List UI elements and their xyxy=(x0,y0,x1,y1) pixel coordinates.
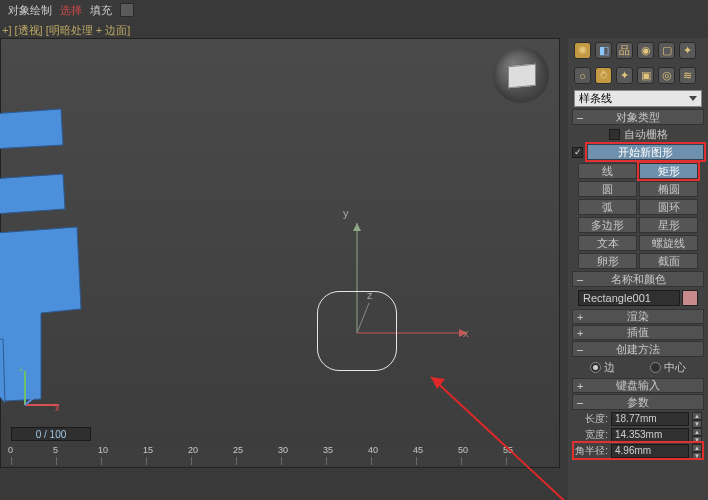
cameras-icon[interactable]: ▣ xyxy=(637,67,654,84)
object-name-input[interactable]: Rectangle001 xyxy=(578,290,680,306)
autogrid-label: 自动栅格 xyxy=(624,127,668,142)
shapes-icon[interactable]: ⥁ xyxy=(595,67,612,84)
viewport-label[interactable]: +] [透视] [明暗处理 + 边面] xyxy=(2,23,130,38)
world-axis-icon: z x y xyxy=(19,367,63,411)
autogrid-checkbox[interactable] xyxy=(609,129,620,140)
helpers-icon[interactable]: ◎ xyxy=(658,67,675,84)
corner-input[interactable]: 4.96mm xyxy=(611,444,689,458)
helix-button[interactable]: 螺旋线 xyxy=(639,235,698,251)
section-button[interactable]: 截面 xyxy=(639,253,698,269)
length-input[interactable]: 18.77mm xyxy=(611,412,689,426)
annotation-arrow xyxy=(421,367,591,500)
svg-line-7 xyxy=(25,395,37,405)
width-input[interactable]: 14.353mm xyxy=(611,428,689,442)
line-button[interactable]: 线 xyxy=(578,163,637,179)
paint-label: 对象绘制 xyxy=(8,3,52,18)
panel-tab-row-1: ✺ ◧ 品 ◉ ▢ ✦ xyxy=(568,38,708,63)
display-tab-icon[interactable]: ▢ xyxy=(658,42,675,59)
corner-spinner[interactable]: ▲▼ xyxy=(692,444,702,458)
keyboard-rollout[interactable]: +键盘输入 xyxy=(572,378,704,393)
length-spinner[interactable]: ▲▼ xyxy=(692,412,702,426)
top-toolbar: 对象绘制 选择 填充 xyxy=(0,0,708,20)
chevron-down-icon xyxy=(689,96,697,101)
interpolation-rollout[interactable]: +插值 xyxy=(572,325,704,340)
space-warps-icon[interactable]: ≋ xyxy=(679,67,696,84)
panel-tab-row-2: ○ ⥁ ✦ ▣ ◎ ≋ xyxy=(568,63,708,88)
create-tab-icon[interactable]: ✺ xyxy=(574,42,591,59)
frame-indicator[interactable]: 0 / 100 xyxy=(11,427,91,441)
dropdown-value: 样条线 xyxy=(579,91,612,106)
command-panel: ✺ ◧ 品 ◉ ▢ ✦ ○ ⥁ ✦ ▣ ◎ ≋ 样条线 –对象类型 自动栅格 ✓… xyxy=(568,38,708,500)
name-color-header[interactable]: –名称和颜色 xyxy=(572,271,704,287)
method-header[interactable]: –创建方法 xyxy=(572,341,704,357)
egg-button[interactable]: 卵形 xyxy=(578,253,637,269)
corner-label: 角半径: xyxy=(574,444,608,458)
render-rollout[interactable]: +渲染 xyxy=(572,309,704,324)
width-spinner[interactable]: ▲▼ xyxy=(692,428,702,442)
star-button[interactable]: 星形 xyxy=(639,217,698,233)
ellipse-button[interactable]: 椭圆 xyxy=(639,181,698,197)
svg-marker-12 xyxy=(431,377,445,389)
viewport[interactable]: y x z z x y 0 / 100 0 5 10 15 20 25 30 3… xyxy=(0,38,560,468)
params-header[interactable]: –参数 xyxy=(572,394,704,410)
modify-tab-icon[interactable]: ◧ xyxy=(595,42,612,59)
length-label: 长度: xyxy=(574,412,608,426)
svg-text:z: z xyxy=(19,367,24,373)
ngon-button[interactable]: 多边形 xyxy=(578,217,637,233)
spline-rectangle-object[interactable] xyxy=(317,291,397,371)
object-type-header[interactable]: –对象类型 xyxy=(572,109,704,125)
rectangle-button[interactable]: 矩形 xyxy=(639,163,698,179)
axis-y-label: y xyxy=(343,207,349,219)
start-new-shape-button[interactable]: 开始新图形 xyxy=(587,144,704,160)
circle-button[interactable]: 圆 xyxy=(578,181,637,197)
svg-line-11 xyxy=(431,377,571,500)
motion-tab-icon[interactable]: ◉ xyxy=(637,42,654,59)
edge-radio[interactable] xyxy=(590,362,601,373)
axis-x-label: x xyxy=(463,327,469,339)
geometry-icon[interactable]: ○ xyxy=(574,67,591,84)
svg-text:y: y xyxy=(35,385,40,395)
start-new-shape-checkbox[interactable]: ✓ xyxy=(572,147,583,158)
viewcube[interactable] xyxy=(493,47,549,103)
text-button[interactable]: 文本 xyxy=(578,235,637,251)
lights-icon[interactable]: ✦ xyxy=(616,67,633,84)
hierarchy-tab-icon[interactable]: 品 xyxy=(616,42,633,59)
center-radio[interactable] xyxy=(650,362,661,373)
svg-text:x: x xyxy=(55,403,60,411)
mode-label[interactable]: 选择 xyxy=(60,3,82,18)
timeline[interactable]: 0 5 10 15 20 25 30 35 40 45 50 55 xyxy=(11,447,551,465)
svg-marker-3 xyxy=(353,223,361,231)
fill-label: 填充 xyxy=(90,3,112,18)
width-label: 宽度: xyxy=(574,428,608,442)
fill-swatch[interactable] xyxy=(120,3,134,17)
donut-button[interactable]: 圆环 xyxy=(639,199,698,215)
color-swatch[interactable] xyxy=(682,290,698,306)
arc-button[interactable]: 弧 xyxy=(578,199,637,215)
utilities-tab-icon[interactable]: ✦ xyxy=(679,42,696,59)
category-dropdown[interactable]: 样条线 xyxy=(574,90,702,107)
